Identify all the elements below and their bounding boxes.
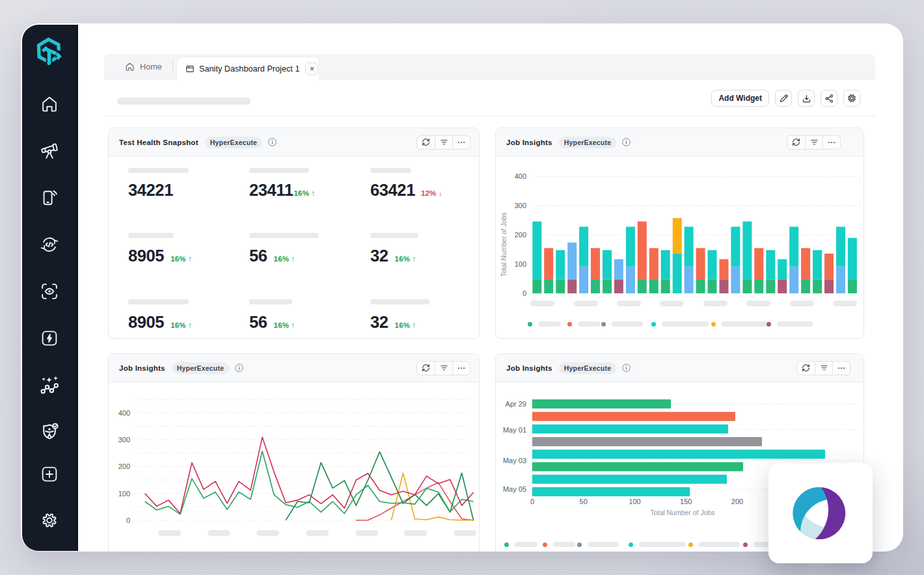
svg-text:0: 0	[530, 498, 534, 505]
svg-text:100: 100	[515, 260, 526, 268]
svg-text:100: 100	[118, 490, 130, 498]
svg-text:300: 300	[515, 202, 526, 209]
svg-text:May 05: May 05	[503, 485, 526, 493]
svg-text:Apr 29: Apr 29	[506, 400, 526, 408]
svg-text:400: 400	[118, 409, 130, 417]
svg-text:200: 200	[118, 462, 130, 470]
svg-text:May 03: May 03	[503, 457, 526, 464]
svg-text:0: 0	[523, 289, 526, 297]
svg-text:200: 200	[515, 231, 526, 239]
svg-text:May 01: May 01	[503, 426, 526, 434]
svg-text:300: 300	[118, 436, 130, 444]
svg-text:200: 200	[731, 498, 743, 505]
svg-text:Total Number of Jobs: Total Number of Jobs	[650, 509, 714, 516]
svg-text:150: 150	[680, 498, 692, 505]
svg-text:400: 400	[515, 172, 526, 180]
svg-text:50: 50	[580, 498, 588, 505]
svg-text:100: 100	[629, 498, 640, 505]
svg-text:Total Number of Jobs: Total Number of Jobs	[500, 212, 508, 276]
svg-text:0: 0	[126, 516, 130, 524]
